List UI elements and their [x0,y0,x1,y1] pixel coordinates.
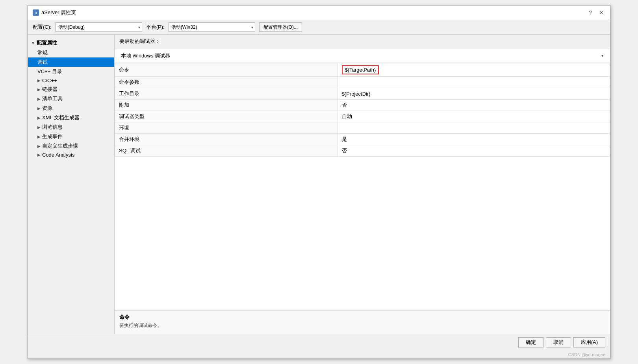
properties-table: 命令 $(TargetPath) 命令参数 工作目录 $(ProjectDir) [115,63,610,157]
prop-key: SQL 调试 [115,145,338,157]
prop-key: 附加 [115,100,338,111]
bottom-description: 命令 要执行的调试命令。 [115,310,610,334]
sidebar-item-build-events[interactable]: ▶ 生成事件 [28,132,114,141]
content-header: 要启动的调试器： [115,35,610,48]
title-bar-left: a aServer 属性页 [33,9,76,16]
sidebar-item-vcpp-dirs[interactable]: VC++ 目录 [28,67,114,76]
ok-button[interactable]: 确定 [518,337,543,347]
sidebar-item-label: XML 文档生成器 [42,114,80,121]
prop-value[interactable] [338,122,610,134]
prop-value[interactable] [338,77,610,88]
prop-key: 调试器类型 [115,111,338,122]
prop-value-command[interactable]: $(TargetPath) [338,63,610,77]
config-select-wrap: 活动(Debug) [56,22,142,32]
cancel-button[interactable]: 取消 [546,337,571,347]
sidebar-item-cpp[interactable]: ▶ C/C++ [28,76,114,85]
description-title: 命令 [119,314,605,321]
title-controls: ? ✕ [586,9,605,17]
platform-select[interactable]: 活动(Win32) [169,22,255,32]
sidebar-item-label: 资源 [42,105,52,112]
table-row: 工作目录 $(ProjectDir) [115,88,610,100]
sidebar-item-manifest[interactable]: ▶ 清单工具 [28,94,114,103]
sidebar-item-label: 生成事件 [42,133,63,140]
debugger-select-wrap: 本地 Windows 调试器 [119,51,605,60]
sidebar-item-label: 浏览信息 [42,124,63,131]
expand-icon: ▶ [37,78,41,83]
properties-scroll: 命令 $(TargetPath) 命令参数 工作目录 $(ProjectDir) [115,63,610,310]
expand-icon: ▶ [37,135,41,139]
prop-value[interactable]: 自动 [338,111,610,122]
config-label: 配置(C): [33,24,52,31]
prop-value[interactable]: 否 [338,145,610,157]
command-value-highlighted: $(TargetPath) [342,65,379,74]
watermark: CSDN @yd-magee [28,351,610,358]
expand-icon: ▶ [37,106,41,111]
prop-value[interactable]: 否 [338,100,610,111]
content-area: 要启动的调试器： 本地 Windows 调试器 命令 $(TargetPath) [115,35,610,334]
debugger-select-row: 本地 Windows 调试器 [115,48,610,63]
help-button[interactable]: ? [586,9,594,17]
prop-key: 命令参数 [115,77,338,88]
section-label: 配置属性 [37,39,57,46]
property-dialog: a aServer 属性页 ? ✕ 配置(C): 活动(Debug) 平台(P)… [28,5,610,359]
sidebar-item-label: 链接器 [42,86,57,93]
platform-select-wrap: 活动(Win32) [169,22,255,32]
prop-key: 合并环境 [115,134,338,145]
section-arrow-icon: ▼ [31,41,35,45]
bottom-buttons: 确定 取消 应用(A) [28,334,610,351]
sidebar-item-debug[interactable]: 调试 [28,57,114,67]
expand-icon: ▶ [37,125,41,129]
config-select[interactable]: 活动(Debug) [56,22,142,32]
sidebar-item-linker[interactable]: ▶ 链接器 [28,85,114,94]
table-row: 命令参数 [115,77,610,88]
expand-icon: ▶ [37,153,41,157]
sidebar-item-label: 调试 [37,59,48,66]
sidebar-item-label: 常规 [37,49,48,56]
sidebar-item-code-analysis[interactable]: ▶ Code Analysis [28,151,114,159]
table-row: 附加 否 [115,100,610,111]
sidebar-item-general[interactable]: 常规 [28,48,114,57]
close-button[interactable]: ✕ [597,9,605,17]
sidebar-item-label: Code Analysis [42,152,74,158]
prop-value[interactable]: $(ProjectDir) [338,88,610,100]
sidebar-item-custom-build[interactable]: ▶ 自定义生成步骤 [28,141,114,151]
toolbar: 配置(C): 活动(Debug) 平台(P): 活动(Win32) 配置管理器(… [28,20,610,35]
window-title: aServer 属性页 [41,9,76,16]
table-row: 环境 [115,122,610,134]
sidebar-section-header[interactable]: ▼ 配置属性 [28,38,114,48]
expand-icon: ▶ [37,87,41,92]
title-bar: a aServer 属性页 ? ✕ [28,6,610,20]
table-row: SQL 调试 否 [115,145,610,157]
sidebar: ▼ 配置属性 常规 调试 VC++ 目录 ▶ C/C++ ▶ 链接器 ▶ [28,35,115,334]
sidebar-item-label: 清单工具 [42,95,63,102]
main-layout: ▼ 配置属性 常规 调试 VC++ 目录 ▶ C/C++ ▶ 链接器 ▶ [28,35,610,334]
expand-icon: ▶ [37,116,41,120]
sidebar-item-browse[interactable]: ▶ 浏览信息 [28,122,114,132]
platform-label: 平台(P): [146,24,165,31]
prop-value[interactable]: 是 [338,134,610,145]
prop-key: 命令 [115,63,338,77]
debugger-select[interactable]: 本地 Windows 调试器 [119,51,605,60]
prop-key: 环境 [115,122,338,134]
sidebar-item-label: C/C++ [42,78,57,83]
expand-icon: ▶ [37,97,41,101]
expand-icon: ▶ [37,144,41,148]
apply-button[interactable]: 应用(A) [573,337,605,347]
sidebar-item-label: VC++ 目录 [37,68,62,75]
window-icon: a [33,9,39,16]
config-manager-button[interactable]: 配置管理器(O)... [259,22,302,32]
table-row: 命令 $(TargetPath) [115,63,610,77]
sidebar-item-label: 自定义生成步骤 [42,142,78,150]
table-row: 调试器类型 自动 [115,111,610,122]
sidebar-item-resources[interactable]: ▶ 资源 [28,103,114,113]
description-text: 要执行的调试命令。 [119,322,605,329]
prop-key: 工作目录 [115,88,338,100]
sidebar-item-xml-doc[interactable]: ▶ XML 文档生成器 [28,113,114,122]
table-row: 合并环境 是 [115,134,610,145]
